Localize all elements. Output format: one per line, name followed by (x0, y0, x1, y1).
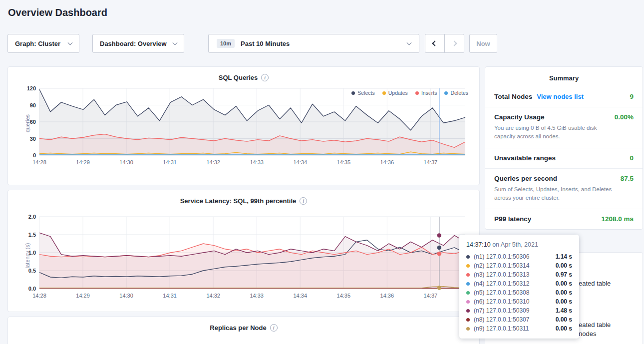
tooltip-row: (n5) 127.0.0.1:50308 0.00 s (466, 288, 572, 297)
tooltip-row: (n6) 127.0.0.1:50310 0.00 s (466, 297, 572, 306)
tooltip-date: on Apr 5th, 2021 (492, 241, 538, 248)
chart-title-row: Service Latency: SQL, 99th percentile i (8, 190, 479, 205)
graph-selector-dropdown[interactable]: Graph: Cluster (7, 34, 79, 53)
node-address: (n7) 127.0.0.1:50309 (474, 307, 556, 314)
node-address: (n6) 127.0.0.1:50310 (474, 298, 556, 305)
svg-text:14:35: 14:35 (337, 159, 351, 165)
tooltip-row: (n8) 127.0.0.1:50307 0.00 s (466, 315, 572, 324)
svg-text:14:37: 14:37 (424, 293, 438, 299)
svg-text:0.5: 0.5 (28, 268, 36, 274)
node-address: (n5) 127.0.0.1:50308 (474, 289, 556, 296)
svg-text:0.0: 0.0 (28, 286, 36, 292)
tooltip-row: (n4) 127.0.0.1:50312 0.00 s (466, 279, 572, 288)
summary-panel: Summary Total Nodes View nodes list 9 Ca… (485, 66, 643, 230)
time-range-badge: 10m (217, 39, 235, 48)
summary-label: Total Nodes (494, 93, 532, 100)
node-color-dot (466, 300, 470, 304)
node-latency-value: 0.00 s (556, 298, 572, 305)
svg-text:14:36: 14:36 (380, 159, 394, 165)
summary-value: 87.5 (621, 175, 634, 182)
node-address: (n8) 127.0.0.1:50307 (474, 316, 556, 323)
dashboard-selector-label: Dashboard: Overview (100, 40, 167, 47)
svg-text:14:31: 14:31 (163, 159, 177, 165)
summary-value: 0 (630, 154, 634, 162)
chevron-down-icon (68, 40, 73, 45)
svg-text:0: 0 (33, 152, 36, 158)
svg-text:14:33: 14:33 (250, 159, 264, 165)
svg-text:14:31: 14:31 (163, 293, 177, 299)
event-item[interactable]: eated table nodes (579, 321, 611, 339)
chart-title: Service Latency: SQL, 99th percentile (180, 197, 297, 205)
node-color-dot (466, 282, 470, 286)
latency-chart[interactable]: 14:2814:2914:3014:3114:3214:3314:3414:35… (16, 213, 472, 302)
node-latency-value: 0.97 s (556, 271, 572, 278)
svg-text:120: 120 (27, 85, 36, 91)
svg-text:14:33: 14:33 (250, 293, 264, 299)
info-icon[interactable]: i (270, 324, 278, 332)
svg-text:14:32: 14:32 (206, 159, 220, 165)
node-color-dot (466, 264, 470, 268)
sql-queries-chart[interactable]: 14:2814:2914:3014:3114:3214:3314:3414:35… (16, 84, 472, 168)
page-title: Overview Dashboard (8, 7, 107, 18)
summary-row-unavailable-ranges: Unavailable ranges 0 (485, 148, 643, 168)
node-color-dot (466, 255, 470, 259)
service-latency-card: Service Latency: SQL, 99th percentile i … (7, 190, 480, 312)
summary-value: 1208.0 ms (601, 215, 634, 223)
node-color-dot (466, 291, 470, 295)
view-nodes-list-link[interactable]: View nodes list (537, 93, 584, 100)
tooltip-row: (n9) 127.0.0.1:50311 0.00 s (466, 324, 572, 333)
tooltip-time: 14:37:10 (466, 241, 491, 248)
info-icon[interactable]: i (261, 74, 269, 81)
time-next-button[interactable] (444, 34, 464, 53)
node-latency-value: 0.00 s (556, 262, 572, 269)
tooltip-timestamp: 14:37:10 on Apr 5th, 2021 (466, 241, 572, 248)
time-range-selector[interactable]: 10m Past 10 Minutes (208, 34, 419, 53)
time-range-label: Past 10 Minutes (241, 40, 290, 47)
chevron-left-icon (432, 40, 437, 46)
now-button[interactable]: Now (469, 34, 497, 53)
chart-title: Replicas per Node (210, 324, 266, 332)
summary-row-total-nodes: Total Nodes View nodes list 9 (485, 87, 643, 107)
event-text: eated table (579, 321, 611, 330)
svg-text:90: 90 (30, 102, 36, 108)
chart-area: queries 14:2814:2914:3014:3114:3214:3314… (16, 84, 479, 170)
node-color-dot (466, 327, 470, 331)
chart-title-row: SQL Queries i (8, 67, 479, 81)
toolbar: Graph: Cluster Dashboard: Overview 10m P… (7, 34, 497, 53)
node-latency-value: 0.00 s (556, 325, 572, 332)
graph-selector-label: Graph: Cluster (15, 40, 60, 47)
node-color-dot (466, 318, 470, 322)
summary-value: 0.00% (615, 113, 634, 121)
replicas-per-node-card: Replicas per Node i (7, 317, 480, 344)
chevron-down-icon (173, 40, 178, 45)
node-address: (n2) 127.0.0.1:50314 (474, 262, 556, 269)
tooltip-row: (n1) 127.0.0.1:50306 1.14 s (466, 252, 572, 261)
summary-label: P99 latency (494, 215, 531, 223)
svg-text:14:28: 14:28 (32, 293, 46, 299)
summary-row-queries-per-second: Queries per second 87.5 Sum of Selects, … (485, 168, 643, 209)
event-item[interactable]: eated table (579, 279, 611, 288)
event-text: eated table (579, 279, 611, 288)
summary-label: Capacity Usage (494, 113, 545, 121)
node-address: (n1) 127.0.0.1:50306 (474, 253, 556, 260)
summary-label: Unavailable ranges (494, 154, 556, 162)
summary-row-capacity-usage: Capacity Usage 0.00% You are using 0 B o… (485, 107, 643, 148)
tooltip-row: (n2) 127.0.0.1:50314 0.00 s (466, 261, 572, 270)
node-address: (n3) 127.0.0.1:50313 (474, 271, 556, 278)
info-icon[interactable]: i (300, 197, 307, 205)
node-address: (n4) 127.0.0.1:50312 (474, 280, 556, 287)
dashboard-selector-dropdown[interactable]: Dashboard: Overview (92, 34, 184, 53)
svg-text:1.0: 1.0 (28, 250, 36, 256)
svg-text:14:35: 14:35 (337, 293, 351, 299)
svg-text:14:37: 14:37 (424, 159, 438, 165)
svg-text:30: 30 (30, 136, 36, 142)
time-step-buttons (425, 34, 464, 53)
chart-hover-tooltip: 14:37:10 on Apr 5th, 2021 (n1) 127.0.0.1… (459, 235, 579, 339)
svg-text:1.5: 1.5 (28, 232, 36, 238)
summary-value: 9 (630, 93, 634, 100)
chevron-right-icon (451, 40, 457, 46)
chart-area: latency (s) 14:2814:2914:3014:3114:3214:… (16, 213, 479, 304)
svg-text:14:30: 14:30 (119, 293, 133, 299)
node-latency-value: 1.14 s (556, 253, 572, 260)
time-prev-button[interactable] (425, 34, 445, 53)
